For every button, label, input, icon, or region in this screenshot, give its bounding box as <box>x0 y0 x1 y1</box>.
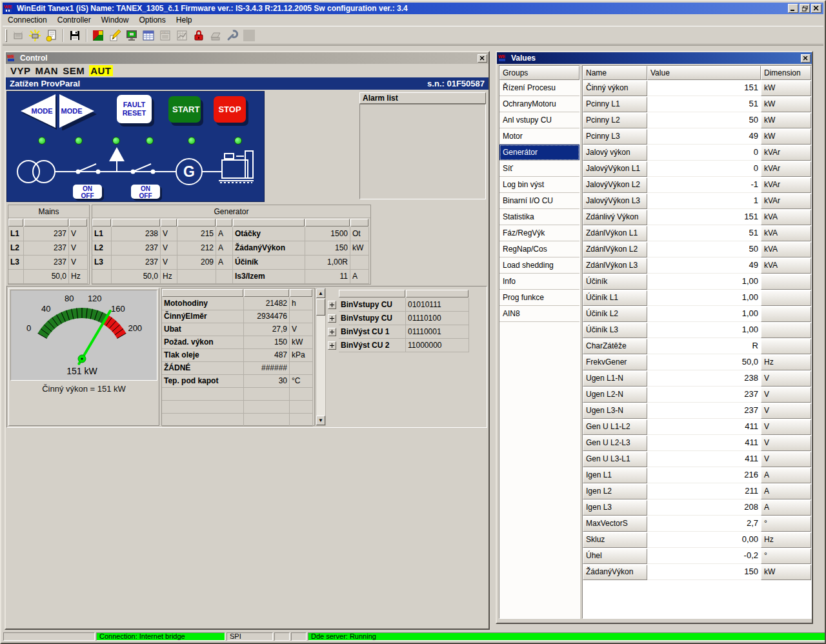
mains-cell: L3 <box>8 256 24 270</box>
group-item[interactable]: AIN8 <box>499 306 579 322</box>
gauge-dial: 04080120160200151 kW <box>11 290 158 380</box>
control-window-title: Control <box>20 54 478 63</box>
trends-icon[interactable] <box>174 28 190 43</box>
group-item[interactable]: Motor <box>499 128 579 145</box>
connect-new-icon[interactable] <box>10 28 26 43</box>
values-close-icon[interactable] <box>801 54 811 63</box>
binary-expand-col <box>328 325 339 339</box>
values-column-header[interactable]: Dimension <box>761 66 811 80</box>
toolbar-grip[interactable] <box>5 29 7 42</box>
stats-cell <box>290 388 313 401</box>
breaker1-icon <box>79 164 96 171</box>
expand-plus-icon[interactable] <box>328 301 336 309</box>
binary-value-cell: 01010111 <box>406 298 469 312</box>
menu-options[interactable]: Options <box>134 15 170 25</box>
control-title-bar[interactable]: WE Control <box>6 52 489 64</box>
values-column-header[interactable]: Name <box>583 66 647 80</box>
group-item[interactable]: Statistika <box>499 209 579 225</box>
breaker2-onoff-button[interactable]: ON OFF <box>131 185 160 199</box>
menu-controller[interactable]: Controller <box>52 15 96 25</box>
binary-expand-col <box>328 339 339 352</box>
breaker1-onoff-button[interactable]: ON OFF <box>73 185 102 199</box>
menu-window[interactable]: Window <box>96 15 134 25</box>
statistics-scrollbar[interactable]: ▲ ▼ <box>316 288 326 426</box>
print-icon[interactable] <box>207 28 224 43</box>
group-item[interactable]: Log bin výst <box>499 177 579 193</box>
value-dimension-cell: kVA <box>761 258 811 274</box>
save-icon[interactable] <box>66 28 83 43</box>
value-name-cell: Činný výkon <box>583 81 647 96</box>
mains-cell: L2 <box>8 241 24 256</box>
stats-cell <box>290 401 313 414</box>
control-pen-icon[interactable] <box>106 28 123 43</box>
state-strip: Zatížen ProvParal s.n.: 01F50587 <box>6 77 489 90</box>
svg-text:WE: WE <box>498 54 506 59</box>
window-title: WinEdit Tanex1 (iS) Name: TANEX_1305_č.1… <box>17 4 788 13</box>
mains-cell: 237 <box>24 256 69 270</box>
monitor-icon[interactable] <box>123 28 140 43</box>
mains-cell: V <box>69 227 88 241</box>
restore-button[interactable] <box>800 4 810 13</box>
stats-cell: 30 <box>244 375 290 388</box>
options-wrench-icon[interactable] <box>224 28 241 43</box>
generator-cell: V <box>161 241 177 256</box>
value-dimension-cell <box>761 323 811 338</box>
generator-cell <box>177 270 216 284</box>
mains-cell: Hz <box>69 270 88 284</box>
group-item[interactable]: RegNap/Cos <box>499 241 579 257</box>
table-header-cell <box>244 289 289 297</box>
table-header-cell <box>112 219 160 226</box>
value-dimension-cell <box>761 290 811 306</box>
history-icon[interactable]: RB1S <box>157 28 174 43</box>
generator-cell: A <box>350 270 369 284</box>
expand-plus-icon[interactable] <box>328 328 336 336</box>
generator-cell: A <box>216 256 233 270</box>
group-item[interactable]: Load shedding <box>499 257 579 274</box>
menu-connection[interactable]: Connection <box>3 15 52 25</box>
table-header-cell <box>24 219 68 226</box>
group-item[interactable]: Anl vstupy CU <box>499 112 579 128</box>
setpoints-icon[interactable] <box>90 28 106 43</box>
password-lock-icon[interactable] <box>190 28 207 43</box>
value-name-cell: CharZátěže <box>583 339 647 354</box>
application-window: WE WinEdit Tanex1 (iS) Name: TANEX_1305_… <box>0 0 826 644</box>
group-item[interactable]: Řízení Procesu <box>499 80 579 96</box>
value-cell: 238 <box>647 370 761 387</box>
group-item[interactable]: Fáz/RegVýk <box>499 225 579 241</box>
group-item[interactable]: Prog funkce <box>499 290 579 306</box>
value-name-cell: Igen L2 <box>583 484 647 499</box>
connection-edit-icon[interactable] <box>43 28 60 43</box>
values-grid-icon[interactable] <box>140 28 157 43</box>
value-name-cell: FrekvGener <box>583 355 647 370</box>
blank-icon <box>241 28 257 43</box>
value-cell: 411 <box>647 435 761 451</box>
group-item[interactable]: Binarní I/O CU <box>499 193 579 209</box>
values-title-bar[interactable]: WE Values <box>497 52 812 64</box>
binary-io-grid: BinVstupy CU01010111BinVstupy CU01110100… <box>328 289 471 352</box>
gauge-caption: Činný výkon = 151 kW <box>9 384 159 394</box>
scrollbar-thumb[interactable] <box>316 299 325 316</box>
value-name-cell: Účiník <box>583 274 647 290</box>
value-dimension-cell: kW <box>761 97 811 112</box>
stats-cell: °C <box>290 375 313 388</box>
group-item[interactable]: OchranyMotoru <box>499 96 579 112</box>
alarm-list-body[interactable] <box>359 104 486 199</box>
scroll-up-icon[interactable]: ▲ <box>316 288 325 298</box>
values-column-header[interactable]: Value <box>647 66 761 80</box>
stats-cell <box>162 401 244 414</box>
value-dimension-cell: kW <box>761 565 811 580</box>
value-name-cell: Igen L3 <box>583 500 647 516</box>
close-button[interactable] <box>811 4 821 13</box>
minimize-button[interactable] <box>788 4 798 13</box>
menu-help[interactable]: Help <box>171 15 197 25</box>
group-item[interactable]: Info <box>499 274 579 290</box>
scroll-down-icon[interactable]: ▼ <box>316 416 325 425</box>
group-item[interactable]: Generátor <box>499 145 579 161</box>
expand-plus-icon[interactable] <box>328 314 336 323</box>
control-close-icon[interactable] <box>478 54 487 63</box>
stats-cell <box>162 388 244 401</box>
expand-plus-icon[interactable] <box>328 341 336 350</box>
binary-name-cell: BinVstupy CU <box>339 312 406 325</box>
connect-open-icon[interactable] <box>26 28 43 43</box>
group-item[interactable]: Síť <box>499 161 579 177</box>
